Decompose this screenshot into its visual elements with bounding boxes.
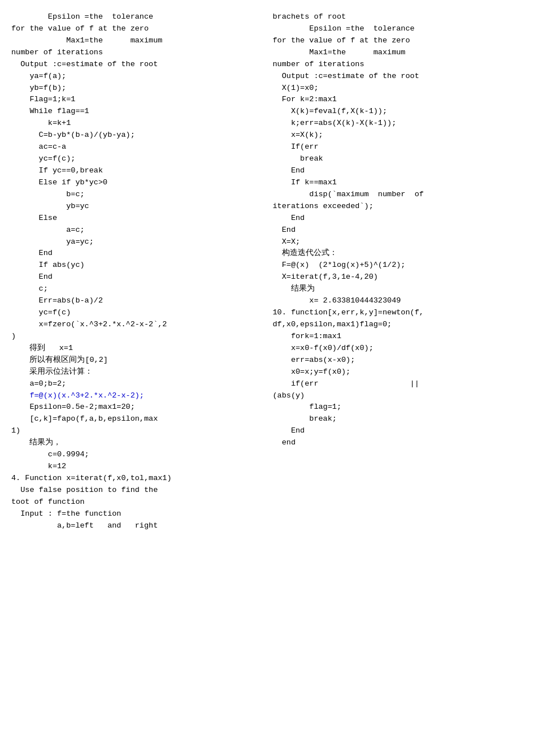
code-line: ac=c-a — [11, 141, 262, 153]
code-line: x= 2.633810444323049 — [273, 295, 523, 307]
code-line: Epsilon =the tolerance — [273, 23, 523, 35]
code-line: 得到 x=1 — [11, 343, 262, 355]
code-line: For k=2:max1 — [273, 94, 523, 106]
code-line: break — [273, 153, 523, 165]
code-line: If k==max1 — [273, 177, 523, 189]
code-line: End — [11, 248, 262, 260]
code-line: Else — [11, 213, 262, 224]
code-line: for the value of f at the zero — [11, 23, 262, 35]
code-line: x0=x;y=f(x0); — [273, 366, 523, 378]
code-line: brachets of root — [273, 11, 523, 23]
code-line: for the value of f at the zero — [273, 35, 523, 47]
code-line: Input : f=the function — [11, 508, 262, 520]
code-line: 所以有根区间为[0,2] — [11, 355, 262, 366]
code-line: X=X; — [273, 236, 523, 248]
code-line: k=12 — [11, 461, 262, 473]
code-line: X(1)=x0; — [273, 83, 523, 94]
code-line: 4. Function x=iterat(f,x0,tol,max1) — [11, 473, 262, 485]
code-line: b=c; — [11, 189, 262, 201]
code-line: disp(`maximum number of — [273, 189, 523, 201]
code-line: x=fzero(`x.^3+2.*x.^2-x-2`,2 — [11, 319, 262, 331]
code-line: X(k)=feval(f,X(k-1)); — [273, 106, 523, 118]
code-line: 结果为 — [273, 283, 523, 295]
code-line: yc=f(c); — [11, 153, 262, 165]
code-line: End — [273, 165, 523, 177]
code-line: Max1=the maximum — [273, 47, 523, 59]
code-line: If abs(yc) — [11, 260, 262, 271]
code-line: Use false position to find the — [11, 485, 262, 496]
code-line: [c,k]=fapo(f,a,b,epsilon,max — [11, 413, 262, 425]
code-line: k=k+1 — [11, 118, 262, 129]
code-line: Output :c=estimate of the root — [11, 59, 262, 71]
code-line: Flag=1;k=1 — [11, 94, 262, 106]
code-line: f=@(x)(x.^3+2.*x.^2-x-2); — [11, 390, 262, 402]
code-line: End — [273, 224, 523, 236]
code-line: a,b=left and right — [11, 520, 262, 532]
code-line: number of iterations — [273, 59, 523, 71]
code-line: ya=yc; — [11, 236, 262, 248]
code-line: Err=abs(b-a)/2 — [11, 295, 262, 307]
code-line: flag=1; — [273, 401, 523, 413]
code-line: yc=f(c) — [11, 307, 262, 319]
code-line: c=0.9994; — [11, 449, 262, 461]
code-line: Max1=the maximum — [11, 35, 262, 47]
code-line: a=c; — [11, 224, 262, 236]
code-line: 构造迭代公式： — [273, 248, 523, 260]
code-line: Epsilon=0.5e-2;max1=20; — [11, 401, 262, 413]
code-line: ) — [11, 331, 262, 343]
code-line: err=abs(x-x0); — [273, 355, 523, 366]
code-line: 1) — [11, 425, 262, 437]
code-line: k;err=abs(X(k)-X(k-1)); — [273, 118, 523, 129]
code-line: end — [273, 437, 523, 449]
code-line: yb=f(b); — [11, 83, 262, 94]
code-line: (abs(y) — [273, 390, 523, 402]
code-line: df,x0,epsilon,max1)flag=0; — [273, 319, 523, 331]
code-line: If yc==0,break — [11, 165, 262, 177]
code-line: End — [11, 271, 262, 283]
code-line: Else if yb*yc>0 — [11, 177, 262, 189]
code-line: x=x0-f(x0)/df(x0); — [273, 343, 523, 355]
code-line: fork=1:max1 — [273, 331, 523, 343]
code-line: toot of function — [11, 496, 262, 508]
code-line: number of iterations — [11, 47, 262, 59]
code-line: a=0;b=2; — [11, 378, 262, 390]
code-line: yb=yc — [11, 201, 262, 213]
code-line: End — [273, 425, 523, 437]
code-line: F=@(x) (2*log(x)+5)^(1/2); — [273, 260, 523, 271]
right-column: brachets of root Epsilon =the tolerancef… — [267, 11, 529, 745]
code-line: iterations exceeded`); — [273, 201, 523, 213]
code-line: c; — [11, 283, 262, 295]
code-line: ya=f(a); — [11, 71, 262, 83]
code-line: 结果为， — [11, 437, 262, 449]
code-line: Output :c=estimate of the root — [273, 71, 523, 83]
code-line: If(err — [273, 141, 523, 153]
page: Epsilon =the tolerancefor the value of f… — [0, 0, 534, 756]
code-line: C=b-yb*(b-a)/(yb-ya); — [11, 129, 262, 141]
code-line: break; — [273, 413, 523, 425]
code-line: if(err || — [273, 378, 523, 390]
code-line: x=X(k); — [273, 129, 523, 141]
code-line: 采用示位法计算： — [11, 366, 262, 378]
code-line: X=iterat(f,3,1e-4,20) — [273, 271, 523, 283]
left-column: Epsilon =the tolerancefor the value of f… — [6, 11, 267, 745]
code-line: End — [273, 213, 523, 224]
code-line: While flag==1 — [11, 106, 262, 118]
code-line: 10. function[x,err,k,y]=newton(f, — [273, 307, 523, 319]
code-line: Epsilon =the tolerance — [11, 11, 262, 23]
